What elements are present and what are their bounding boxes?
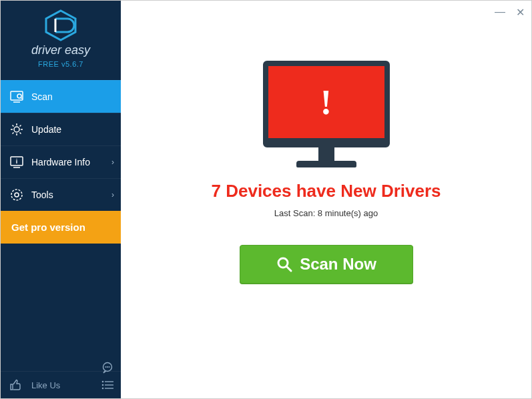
sidebar-item-label: Scan [31, 91, 53, 102]
sidebar-item-tools[interactable]: Tools › [1, 178, 121, 211]
brand-version: FREE v5.6.7 [1, 60, 121, 68]
svg-text:i: i [16, 158, 18, 165]
feedback-icon[interactable] [101, 361, 114, 374]
close-button[interactable]: ✕ [516, 6, 525, 19]
minimize-button[interactable]: — [495, 6, 505, 19]
scan-now-button[interactable]: Scan Now [240, 245, 413, 284]
chevron-right-icon: › [111, 190, 114, 200]
menu-icon[interactable] [101, 378, 114, 392]
monitor-screen: ! [263, 61, 390, 147]
svg-line-4 [21, 97, 22, 99]
monitor-stand-neck [318, 147, 334, 161]
svg-point-22 [109, 366, 110, 368]
svg-line-11 [20, 133, 21, 134]
thumbs-up-icon[interactable] [9, 378, 22, 392]
sidebar: driver easy FREE v5.6.7 Scan Update i Ha… [1, 1, 121, 398]
nav: Scan Update i Hardware Info › Tools › Ge… [1, 80, 121, 244]
footer-right-icons [101, 361, 114, 392]
sidebar-item-hardware-info[interactable]: i Hardware Info › [1, 145, 121, 178]
svg-point-27 [102, 388, 104, 390]
sidebar-spacer [1, 244, 121, 371]
svg-point-23 [102, 381, 104, 383]
tools-icon [10, 188, 23, 202]
monitor-stand-base [296, 161, 356, 167]
main-panel: — ✕ ! 7 Devices have New Drivers Last Sc… [121, 1, 531, 398]
get-pro-button[interactable]: Get pro version [1, 211, 121, 244]
status-monitor-illustration: ! [263, 61, 390, 167]
svg-point-25 [102, 384, 104, 386]
svg-point-18 [15, 193, 19, 197]
sidebar-item-label: Update [31, 124, 61, 135]
svg-line-13 [20, 125, 21, 127]
like-us-label[interactable]: Like Us [31, 380, 60, 390]
alert-icon: ! [320, 83, 332, 122]
svg-line-30 [286, 266, 291, 271]
svg-point-17 [11, 189, 22, 200]
svg-point-20 [105, 366, 107, 368]
sidebar-footer: Like Us [1, 371, 121, 398]
scan-icon [10, 90, 23, 103]
sidebar-item-label: Tools [31, 189, 53, 200]
window-controls: — ✕ [495, 6, 525, 19]
brand-name: driver easy [1, 43, 121, 57]
main-content: ! 7 Devices have New Drivers Last Scan: … [121, 1, 531, 398]
svg-line-12 [13, 133, 14, 134]
chevron-right-icon: › [111, 157, 114, 167]
logo-area: driver easy FREE v5.6.7 [1, 1, 121, 75]
svg-point-21 [107, 366, 108, 368]
svg-line-10 [13, 125, 14, 127]
gear-icon [10, 123, 23, 136]
hardware-info-icon: i [10, 155, 23, 169]
svg-marker-0 [46, 11, 75, 40]
sidebar-item-scan[interactable]: Scan [1, 80, 121, 113]
sidebar-item-update[interactable]: Update [1, 113, 121, 145]
svg-point-5 [14, 127, 19, 132]
logo-icon [41, 10, 81, 43]
scan-button-label: Scan Now [300, 255, 376, 274]
search-icon [276, 256, 293, 273]
status-headline: 7 Devices have New Drivers [212, 181, 441, 202]
last-scan-text: Last Scan: 8 minute(s) ago [274, 208, 378, 218]
sidebar-item-label: Hardware Info [31, 157, 90, 167]
